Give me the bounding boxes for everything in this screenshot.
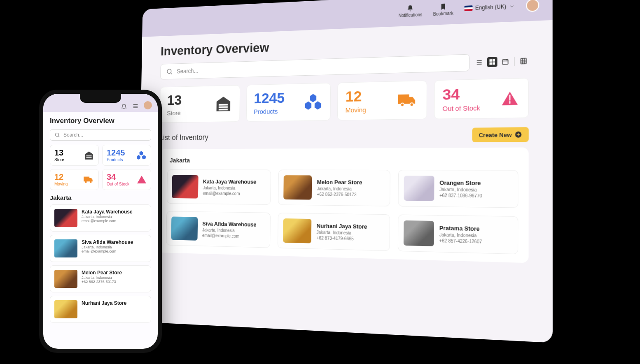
inventory-card[interactable]: Orangen Store Jakarta, Indonesia +62 837… — [398, 170, 518, 208]
desktop-app: Notifications Bookmark English (UK) Inve… — [138, 0, 553, 343]
card-contact: email@example.com — [202, 233, 256, 239]
language-label: English (UK) — [475, 3, 507, 11]
inventory-card[interactable]: Nurhani Jaya Store Jakarta, Indonesia +6… — [278, 213, 390, 251]
bookmark-icon — [439, 3, 447, 10]
view-table-button[interactable] — [519, 56, 529, 66]
stat-out-of-stock[interactable]: 34 Out of Stock — [102, 169, 151, 190]
inventory-card[interactable]: Kata Jaya Warehouse Jakarta, Indonesia e… — [50, 204, 151, 232]
mobile-app: Inventory Overview Search... 13 Store 12… — [43, 94, 158, 349]
stat-moving-value: 12 — [54, 173, 68, 181]
stat-outofstock-label: Out of Stock — [107, 182, 129, 186]
card-name: Siva Afida Warehouse — [82, 239, 133, 245]
create-new-label: Create New — [479, 131, 512, 138]
stat-moving-label: Moving — [346, 106, 366, 114]
stat-moving[interactable]: 12 Moving — [337, 80, 427, 120]
card-name: Nurhani Jaya Store — [317, 222, 367, 230]
stat-outofstock-value: 34 — [442, 86, 480, 102]
card-contact: +62 862-2376-50173 — [82, 280, 122, 284]
uk-flag-icon — [464, 5, 472, 11]
card-name: Siva Afida Warehouse — [202, 220, 256, 227]
stat-outofstock-value: 34 — [107, 173, 129, 181]
svg-rect-9 — [219, 109, 228, 110]
avatar[interactable] — [144, 101, 152, 109]
stat-products[interactable]: 1245 Products — [102, 145, 151, 166]
card-location: Jakarta, Indonesia — [317, 230, 367, 235]
card-thumbnail — [54, 239, 77, 257]
card-location: Jakarta, Indonesia — [82, 245, 133, 249]
stat-products[interactable]: 1245 Products — [246, 83, 331, 122]
inventory-card[interactable]: Siva Afida Warehouse Jakarta, Indonesia … — [50, 235, 151, 262]
card-location: Jakarta, Indonesia — [203, 185, 257, 190]
mobile-device-frame: Inventory Overview Search... 13 Store 12… — [39, 90, 162, 353]
svg-point-11 — [410, 103, 413, 106]
view-list-button[interactable] — [474, 57, 484, 67]
stat-store[interactable]: 13 Store — [159, 85, 240, 123]
language-selector[interactable]: English (UK) — [464, 3, 515, 12]
bell-icon[interactable] — [121, 103, 127, 109]
search-input[interactable]: Search... — [50, 129, 151, 141]
card-contact: +62 873-4179-6665 — [316, 235, 367, 241]
svg-point-13 — [55, 133, 58, 136]
inventory-panel: Jakarta Kata Jaya Warehouse Jakarta, Ind… — [157, 147, 528, 263]
stat-products-label: Products — [254, 107, 285, 115]
inventory-card[interactable]: Melon Pear Store Jakarta, Indonesia +62 … — [50, 265, 151, 292]
warning-icon — [500, 88, 520, 108]
card-location: Jakarta, Indonesia — [82, 276, 122, 280]
inventory-card[interactable]: Kata Jaya Warehouse Jakarta, Indonesia e… — [167, 169, 271, 205]
card-thumbnail — [403, 220, 434, 246]
stat-store[interactable]: 13 Store — [50, 145, 99, 166]
card-thumbnail — [54, 300, 77, 318]
stat-products-label: Products — [107, 158, 125, 162]
card-contact: +62 857-4226-12607 — [439, 238, 482, 244]
list-icon — [476, 59, 483, 66]
svg-rect-2 — [493, 59, 495, 62]
table-icon — [520, 57, 527, 65]
list-title: List of Inventory — [159, 133, 208, 142]
svg-rect-15 — [86, 157, 92, 158]
phone-notch — [80, 94, 121, 103]
svg-rect-14 — [86, 155, 92, 156]
bookmark-label: Bookmark — [433, 11, 453, 16]
stat-store-value: 13 — [167, 93, 182, 107]
inventory-card[interactable]: Siva Afida Warehouse Jakarta, Indonesia … — [166, 211, 271, 248]
inventory-card[interactable]: Pratama Store Jakarta, Indonesia +62 857… — [397, 214, 518, 254]
card-contact: email@example.com — [82, 219, 133, 223]
svg-point-10 — [400, 103, 404, 106]
card-location: Jakarta, Indonesia — [82, 215, 133, 219]
stat-store-value: 13 — [54, 148, 64, 157]
card-thumbnail — [54, 270, 77, 288]
card-location: Jakarta, Indonesia — [439, 232, 482, 238]
card-location: Jakarta, Indonesia — [439, 187, 482, 192]
card-location: Jakarta, Indonesia — [317, 186, 362, 191]
view-calendar-button[interactable] — [500, 56, 510, 67]
inventory-card[interactable]: Nurhani Jaya Store — [50, 296, 151, 323]
view-grid-button[interactable] — [487, 57, 498, 67]
bookmark-button[interactable]: Bookmark — [433, 2, 453, 16]
search-icon — [166, 68, 173, 76]
menu-icon[interactable] — [132, 103, 139, 109]
svg-point-16 — [85, 181, 86, 183]
card-thumbnail — [54, 209, 77, 227]
avatar[interactable] — [526, 0, 539, 12]
warehouse-icon — [84, 150, 94, 161]
card-thumbnail — [171, 216, 198, 240]
truck-icon — [396, 90, 418, 111]
search-input[interactable]: Search... — [160, 54, 469, 80]
stat-moving-label: Moving — [54, 182, 68, 186]
grid-icon — [488, 58, 496, 66]
card-contact: email@example.com — [82, 249, 133, 253]
stat-products-value: 1245 — [254, 90, 285, 106]
stat-out-of-stock[interactable]: 34 Out of Stock — [434, 78, 528, 119]
card-location: Jakarta, Indonesia — [202, 227, 256, 233]
notifications-button[interactable]: Notifications — [398, 4, 422, 18]
bell-icon — [407, 5, 414, 12]
inventory-card[interactable]: Melon Pear Store Jakarta, Indonesia +62 … — [278, 170, 390, 206]
stat-outofstock-label: Out of Stock — [442, 104, 480, 112]
divider — [514, 57, 514, 66]
svg-rect-1 — [489, 59, 492, 62]
warning-icon — [137, 175, 147, 185]
stat-moving[interactable]: 12 Moving — [50, 169, 99, 190]
svg-rect-7 — [219, 104, 228, 105]
create-new-button[interactable]: Create New — [472, 127, 529, 142]
truck-icon — [83, 174, 94, 185]
